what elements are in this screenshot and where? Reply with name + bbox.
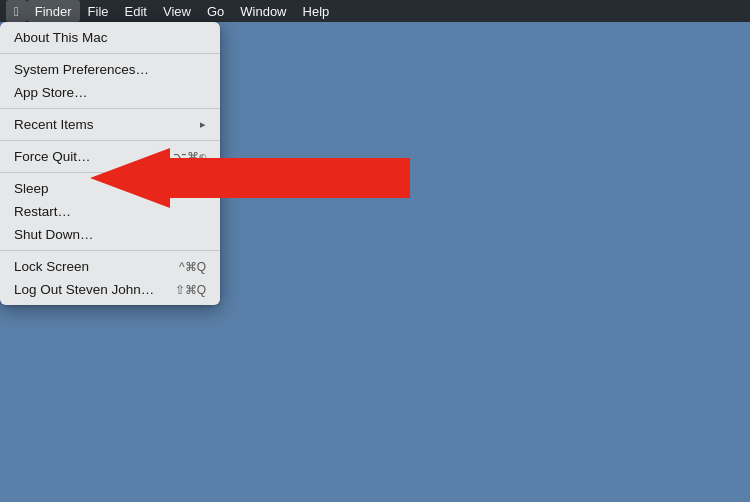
lock-screen-item[interactable]: Lock Screen ^⌘Q	[0, 255, 220, 278]
restart-item[interactable]: Restart…	[0, 200, 220, 223]
apple-menu-button[interactable]: 	[6, 0, 27, 22]
file-menu-item[interactable]: File	[80, 0, 117, 22]
app-store-item[interactable]: App Store…	[0, 81, 220, 104]
shut-down-item[interactable]: Shut Down…	[0, 223, 220, 246]
edit-menu-item[interactable]: Edit	[117, 0, 155, 22]
log-out-item[interactable]: Log Out Steven John… ⇧⌘Q	[0, 278, 220, 301]
window-menu-item[interactable]: Window	[232, 0, 294, 22]
submenu-arrow-icon: ▸	[200, 118, 206, 131]
recent-items-item[interactable]: Recent Items ▸	[0, 113, 220, 136]
sleep-item[interactable]: Sleep	[0, 177, 220, 200]
separator-1	[0, 53, 220, 54]
apple-icon: 	[14, 4, 19, 19]
view-menu-item[interactable]: View	[155, 0, 199, 22]
go-menu-item[interactable]: Go	[199, 0, 232, 22]
help-menu-item[interactable]: Help	[295, 0, 338, 22]
apple-dropdown-menu: About This Mac System Preferences… App S…	[0, 22, 220, 305]
separator-3	[0, 140, 220, 141]
menubar:  Finder File Edit View Go Window Help	[0, 0, 750, 22]
force-quit-item[interactable]: Force Quit… ⌥⌘⎋	[0, 145, 220, 168]
separator-5	[0, 250, 220, 251]
lock-screen-shortcut: ^⌘Q	[179, 260, 206, 274]
separator-2	[0, 108, 220, 109]
system-preferences-item[interactable]: System Preferences…	[0, 58, 220, 81]
force-quit-shortcut: ⌥⌘⎋	[173, 150, 206, 164]
finder-menu-item[interactable]: Finder	[27, 0, 80, 22]
log-out-shortcut: ⇧⌘Q	[175, 283, 206, 297]
separator-4	[0, 172, 220, 173]
about-this-mac-item[interactable]: About This Mac	[0, 26, 220, 49]
